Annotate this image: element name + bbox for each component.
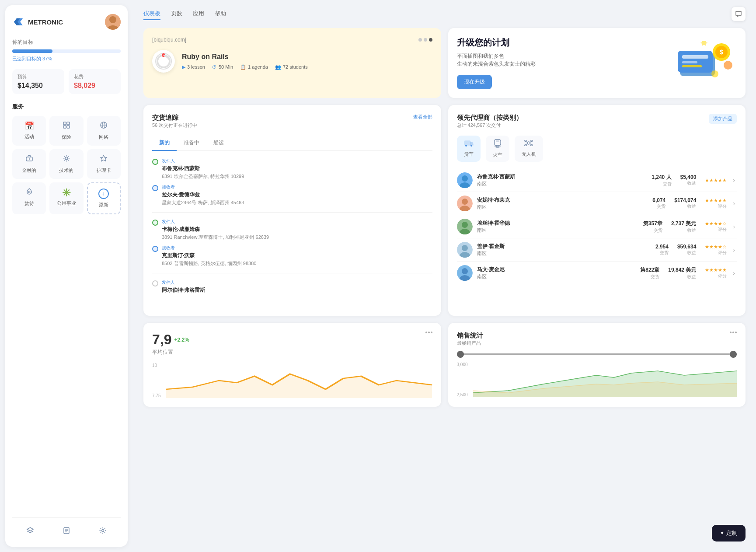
service-network[interactable]: 网络: [87, 116, 121, 146]
service-add[interactable]: + 添新: [87, 182, 121, 214]
sender-role-2: 发件人: [162, 219, 269, 225]
receiver-dot-2: [152, 246, 158, 252]
add-icon: +: [98, 189, 109, 199]
avg-line-chart: [166, 363, 432, 398]
drone-icon: [524, 139, 533, 149]
services-title: 服务: [12, 103, 121, 111]
stat-rating-1: ★★★★★: [705, 178, 727, 183]
top-row: [biqubiqu.com]: [143, 28, 746, 98]
agent-avatar-2: [457, 196, 473, 211]
agent-tab-truck[interactable]: 货车: [457, 136, 481, 162]
agent-arrow-2[interactable]: ›: [731, 200, 737, 207]
budget-value: $14,350: [17, 82, 59, 90]
receiver-name-2: 克里斯汀·沃森: [162, 252, 256, 259]
svg-point-57: [462, 245, 468, 251]
sales-card: 销售统计 最畅销产品 3,000 2,50: [448, 323, 746, 407]
service-hospitality[interactable]: 款待: [12, 182, 46, 214]
sales-subtitle: 最畅销产品: [457, 340, 483, 346]
network-icon: [100, 121, 108, 131]
agent-arrow-4[interactable]: ›: [731, 246, 737, 253]
upgrade-button[interactable]: 现在升级: [457, 75, 492, 89]
agent-avatar-1: [457, 172, 473, 188]
settings-icon[interactable]: [95, 525, 110, 538]
view-all-link[interactable]: 查看全部: [413, 114, 432, 120]
progress-bar-fill: [12, 49, 52, 53]
svg-rect-32: [495, 140, 501, 145]
agent-name-3: 埃丝特·霍华德: [477, 220, 639, 227]
delivery-item-1: 发件人 布鲁克林·西蒙斯 6391 埃尔金圣塞萨尔, 特拉华州 10299 接收…: [152, 158, 432, 213]
upgrade-illustration: $: [676, 41, 737, 85]
avg-position-card: 7,9 +2.2% 平均位置 10 7.75: [143, 323, 441, 407]
svg-point-10: [28, 191, 30, 193]
sender-info-1: 发件人 布鲁克林·西蒙斯 6391 埃尔金圣塞萨尔, 特拉华州 10299: [162, 158, 244, 180]
delivery-item-3: 发件人 阿尔伯特·弗洛雷斯: [152, 279, 432, 301]
hospitality-icon: [25, 188, 33, 198]
avatar[interactable]: [105, 14, 121, 30]
agent-stats-5: 第822章 交货 19,842 美元 收益 ★★★★★ 评分: [640, 266, 727, 280]
delivery-card: 交货追踪 56 次交付正在进行中 查看全部 新的 准备中 船运 发件人: [143, 105, 441, 316]
receiver-dot-1: [152, 185, 158, 191]
stars-4: ★★★★☆: [705, 244, 727, 250]
svg-rect-29: [464, 141, 470, 145]
public-label: 公用事业: [57, 200, 76, 206]
svg-point-48: [462, 175, 468, 182]
service-finance[interactable]: 金融的: [12, 149, 46, 179]
truck-icon: [464, 139, 474, 149]
rails-logo: [152, 50, 175, 73]
nav-apps[interactable]: 应用: [193, 8, 204, 20]
sender-row-2: 发件人 卡梅伦·威廉姆森 3891 Ranchview 理查森博士, 加利福尼亚…: [152, 219, 432, 241]
customize-button[interactable]: ✦ 定制: [712, 525, 746, 542]
agent-info-2: 安妮特·布莱克 南区: [477, 196, 648, 210]
range-handle-left[interactable]: [457, 351, 464, 358]
stat-revenue-2: $174,074 收益: [674, 197, 696, 210]
agent-name-2: 安妮特·布莱克: [477, 196, 648, 204]
service-nursing[interactable]: 护理卡: [87, 149, 121, 179]
sidebar-footer: [12, 517, 121, 538]
nav-right: [732, 7, 746, 21]
upgrade-text: 升级您的计划 平面插图和我们多色 生动的未混合紫色头发女士的精彩 现在升级: [457, 37, 536, 89]
layers-icon[interactable]: [23, 525, 38, 538]
sales-header: 销售统计 最畅销产品: [457, 332, 737, 352]
service-activity[interactable]: 📅 活动: [12, 116, 46, 146]
avg-menu[interactable]: [425, 332, 432, 333]
nav-help[interactable]: 帮助: [215, 8, 226, 20]
tab-preparing[interactable]: 准备中: [177, 136, 206, 151]
content: [biqubiqu.com]: [133, 24, 756, 552]
service-public[interactable]: ✳️ 公用事业: [49, 182, 83, 214]
svg-rect-21: [682, 55, 708, 59]
svg-rect-23: [682, 65, 702, 67]
agent-tab-drone[interactable]: 无人机: [515, 136, 543, 162]
nav-pages[interactable]: 页数: [171, 8, 182, 20]
range-slider[interactable]: [457, 353, 737, 355]
agent-arrow-1[interactable]: ›: [731, 177, 737, 184]
agent-tab-train[interactable]: 火车: [486, 136, 509, 162]
sales-title: 销售统计: [457, 332, 483, 340]
stars-5: ★★★★★: [705, 267, 727, 273]
upgrade-title: 升级您的计划: [457, 37, 536, 49]
agent-row-4: 盖伊·霍金斯 南区 2,954 交货 $59,634 收益 ★: [457, 238, 737, 262]
document-icon[interactable]: [59, 525, 74, 538]
receiver-addr-1: 星家大道2464号 梅萨, 新泽西州 45463: [162, 199, 244, 206]
svg-point-35: [498, 145, 500, 147]
add-product-button[interactable]: 添加产品: [709, 114, 737, 124]
services-grid: 📅 活动 保险 网络 金融的 技术的: [12, 116, 121, 214]
delivery-item-2: 发件人 卡梅伦·威廉姆森 3891 Ranchview 理查森博士, 加利福尼亚…: [152, 219, 432, 273]
agent-arrow-5[interactable]: ›: [731, 269, 737, 276]
avg-number-row: 7,9 +2.2%: [152, 332, 189, 348]
range-handle-right[interactable]: [730, 351, 737, 358]
avg-value-block: 7,9 +2.2% 平均位置: [152, 332, 189, 356]
tab-new[interactable]: 新的: [152, 136, 177, 151]
sender-name-1: 布鲁克林·西蒙斯: [162, 165, 244, 172]
add-label: 添新: [99, 202, 108, 208]
sender-addr-1: 6391 埃尔金圣塞萨尔, 特拉华州 10299: [162, 173, 244, 180]
service-tech[interactable]: 技术的: [49, 149, 83, 179]
tech-icon: [63, 154, 70, 164]
sales-menu[interactable]: [730, 332, 737, 333]
chat-icon[interactable]: [732, 7, 746, 21]
tab-shipping[interactable]: 船运: [206, 136, 231, 151]
sender-role-1: 发件人: [162, 158, 244, 164]
nav-dashboard[interactable]: 仪表板: [143, 8, 160, 20]
agent-arrow-3[interactable]: ›: [731, 223, 737, 230]
service-insurance[interactable]: 保险: [49, 116, 83, 146]
avg-trend: +2.2%: [174, 337, 189, 343]
